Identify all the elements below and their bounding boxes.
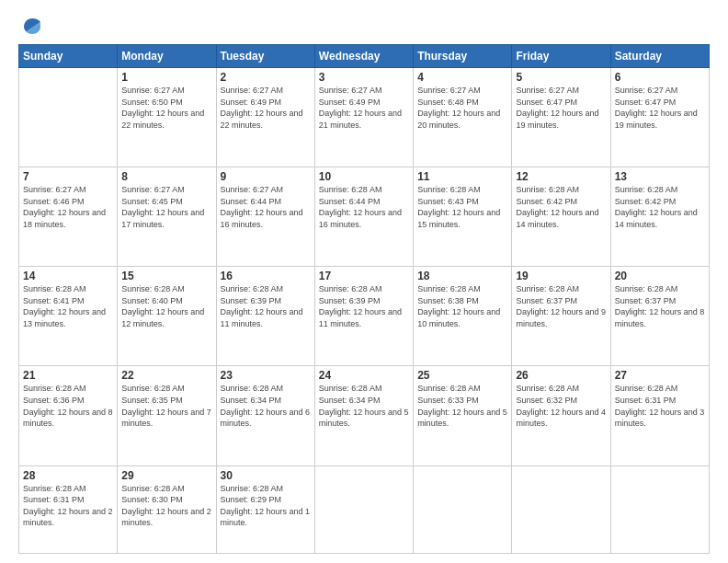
day-info: Sunrise: 6:27 AMSunset: 6:49 PMDaylight:…	[221, 85, 311, 131]
day-info: Sunrise: 6:28 AMSunset: 6:35 PMDaylight:…	[121, 383, 211, 429]
day-number: 21	[23, 369, 113, 382]
day-info: Sunrise: 6:27 AMSunset: 6:49 PMDaylight:…	[319, 85, 409, 131]
day-info: Sunrise: 6:28 AMSunset: 6:31 PMDaylight:…	[615, 383, 705, 429]
day-cell: 7Sunrise: 6:27 AMSunset: 6:46 PMDaylight…	[19, 167, 118, 267]
day-number: 27	[615, 369, 705, 382]
day-info: Sunrise: 6:28 AMSunset: 6:44 PMDaylight:…	[319, 184, 409, 230]
day-info: Sunrise: 6:28 AMSunset: 6:39 PMDaylight:…	[319, 283, 409, 329]
logo-icon	[20, 15, 44, 39]
weekday-header-sunday: Sunday	[19, 45, 118, 68]
day-cell: 25Sunrise: 6:28 AMSunset: 6:33 PMDayligh…	[414, 366, 512, 465]
day-info: Sunrise: 6:28 AMSunset: 6:36 PMDaylight:…	[23, 383, 113, 429]
day-number: 9	[221, 170, 311, 183]
day-cell: 10Sunrise: 6:28 AMSunset: 6:44 PMDayligh…	[314, 167, 413, 267]
day-cell: 26Sunrise: 6:28 AMSunset: 6:32 PMDayligh…	[512, 366, 610, 465]
day-info: Sunrise: 6:27 AMSunset: 6:45 PMDaylight:…	[121, 184, 211, 230]
day-info: Sunrise: 6:28 AMSunset: 6:37 PMDaylight:…	[516, 283, 606, 329]
day-cell: 23Sunrise: 6:28 AMSunset: 6:34 PMDayligh…	[216, 366, 314, 465]
day-cell	[414, 465, 512, 554]
day-info: Sunrise: 6:28 AMSunset: 6:43 PMDaylight:…	[417, 184, 507, 230]
day-cell: 27Sunrise: 6:28 AMSunset: 6:31 PMDayligh…	[610, 366, 709, 465]
day-number: 12	[516, 170, 606, 183]
day-info: Sunrise: 6:28 AMSunset: 6:41 PMDaylight:…	[23, 283, 113, 329]
day-number: 23	[221, 369, 311, 382]
day-cell: 22Sunrise: 6:28 AMSunset: 6:35 PMDayligh…	[118, 366, 216, 465]
weekday-header-row: SundayMondayTuesdayWednesdayThursdayFrid…	[19, 45, 710, 68]
day-info: Sunrise: 6:27 AMSunset: 6:46 PMDaylight:…	[23, 184, 113, 230]
day-cell: 19Sunrise: 6:28 AMSunset: 6:37 PMDayligh…	[512, 267, 610, 366]
day-info: Sunrise: 6:27 AMSunset: 6:47 PMDaylight:…	[516, 85, 606, 131]
day-number: 19	[516, 270, 606, 282]
week-row-2: 7Sunrise: 6:27 AMSunset: 6:46 PMDaylight…	[19, 167, 710, 267]
day-info: Sunrise: 6:28 AMSunset: 6:37 PMDaylight:…	[615, 283, 705, 329]
calendar: SundayMondayTuesdayWednesdayThursdayFrid…	[18, 44, 710, 554]
day-number: 18	[417, 270, 507, 282]
day-number: 20	[615, 270, 705, 282]
day-cell: 8Sunrise: 6:27 AMSunset: 6:45 PMDaylight…	[118, 167, 216, 267]
day-info: Sunrise: 6:28 AMSunset: 6:30 PMDaylight:…	[121, 483, 211, 529]
week-row-1: 1Sunrise: 6:27 AMSunset: 6:50 PMDaylight…	[19, 68, 710, 167]
day-number: 6	[615, 71, 705, 84]
weekday-header-tuesday: Tuesday	[216, 45, 314, 68]
day-number: 30	[221, 469, 311, 482]
day-info: Sunrise: 6:28 AMSunset: 6:32 PMDaylight:…	[516, 383, 606, 429]
day-number: 25	[417, 369, 507, 382]
day-cell: 2Sunrise: 6:27 AMSunset: 6:49 PMDaylight…	[216, 68, 314, 167]
day-cell	[314, 465, 413, 554]
day-cell	[512, 465, 610, 554]
day-number: 11	[417, 170, 507, 183]
day-cell: 3Sunrise: 6:27 AMSunset: 6:49 PMDaylight…	[314, 68, 413, 167]
day-cell: 17Sunrise: 6:28 AMSunset: 6:39 PMDayligh…	[314, 267, 413, 366]
day-info: Sunrise: 6:28 AMSunset: 6:34 PMDaylight:…	[221, 383, 311, 429]
day-number: 10	[319, 170, 409, 183]
week-row-3: 14Sunrise: 6:28 AMSunset: 6:41 PMDayligh…	[19, 267, 710, 366]
day-cell: 11Sunrise: 6:28 AMSunset: 6:43 PMDayligh…	[414, 167, 512, 267]
day-info: Sunrise: 6:28 AMSunset: 6:39 PMDaylight:…	[221, 283, 311, 329]
day-cell: 18Sunrise: 6:28 AMSunset: 6:38 PMDayligh…	[414, 267, 512, 366]
day-info: Sunrise: 6:28 AMSunset: 6:31 PMDaylight:…	[23, 483, 113, 529]
day-cell: 14Sunrise: 6:28 AMSunset: 6:41 PMDayligh…	[19, 267, 118, 366]
day-info: Sunrise: 6:27 AMSunset: 6:44 PMDaylight:…	[221, 184, 311, 230]
day-number: 29	[121, 469, 211, 482]
day-number: 28	[23, 469, 113, 482]
page: SundayMondayTuesdayWednesdayThursdayFrid…	[0, 0, 728, 563]
day-cell: 5Sunrise: 6:27 AMSunset: 6:47 PMDaylight…	[512, 68, 610, 167]
weekday-header-thursday: Thursday	[414, 45, 512, 68]
day-number: 13	[615, 170, 705, 183]
day-number: 8	[121, 170, 211, 183]
day-cell: 24Sunrise: 6:28 AMSunset: 6:34 PMDayligh…	[314, 366, 413, 465]
day-number: 15	[121, 270, 211, 282]
day-number: 3	[319, 71, 409, 84]
day-number: 26	[516, 369, 606, 382]
day-cell: 13Sunrise: 6:28 AMSunset: 6:42 PMDayligh…	[610, 167, 709, 267]
weekday-header-monday: Monday	[118, 45, 216, 68]
day-info: Sunrise: 6:28 AMSunset: 6:42 PMDaylight:…	[516, 184, 606, 230]
day-info: Sunrise: 6:27 AMSunset: 6:47 PMDaylight:…	[615, 85, 705, 131]
weekday-header-wednesday: Wednesday	[314, 45, 413, 68]
day-info: Sunrise: 6:27 AMSunset: 6:50 PMDaylight:…	[121, 85, 211, 131]
day-cell: 9Sunrise: 6:27 AMSunset: 6:44 PMDaylight…	[216, 167, 314, 267]
day-info: Sunrise: 6:28 AMSunset: 6:38 PMDaylight:…	[417, 283, 507, 329]
logo	[18, 17, 44, 35]
header	[18, 17, 710, 35]
day-info: Sunrise: 6:28 AMSunset: 6:40 PMDaylight:…	[121, 283, 211, 329]
day-info: Sunrise: 6:28 AMSunset: 6:33 PMDaylight:…	[417, 383, 507, 429]
day-cell: 21Sunrise: 6:28 AMSunset: 6:36 PMDayligh…	[19, 366, 118, 465]
day-cell: 4Sunrise: 6:27 AMSunset: 6:48 PMDaylight…	[414, 68, 512, 167]
week-row-5: 28Sunrise: 6:28 AMSunset: 6:31 PMDayligh…	[19, 465, 710, 554]
day-cell: 1Sunrise: 6:27 AMSunset: 6:50 PMDaylight…	[118, 68, 216, 167]
day-number: 1	[121, 71, 211, 84]
day-cell	[610, 465, 709, 554]
day-number: 24	[319, 369, 409, 382]
day-cell: 30Sunrise: 6:28 AMSunset: 6:29 PMDayligh…	[216, 465, 314, 554]
day-info: Sunrise: 6:28 AMSunset: 6:42 PMDaylight:…	[615, 184, 705, 230]
day-info: Sunrise: 6:27 AMSunset: 6:48 PMDaylight:…	[417, 85, 507, 131]
day-cell: 29Sunrise: 6:28 AMSunset: 6:30 PMDayligh…	[118, 465, 216, 554]
day-cell: 12Sunrise: 6:28 AMSunset: 6:42 PMDayligh…	[512, 167, 610, 267]
day-number: 4	[417, 71, 507, 84]
day-cell: 20Sunrise: 6:28 AMSunset: 6:37 PMDayligh…	[610, 267, 709, 366]
week-row-4: 21Sunrise: 6:28 AMSunset: 6:36 PMDayligh…	[19, 366, 710, 465]
day-info: Sunrise: 6:28 AMSunset: 6:34 PMDaylight:…	[319, 383, 409, 429]
day-number: 16	[221, 270, 311, 282]
day-cell	[19, 68, 118, 167]
